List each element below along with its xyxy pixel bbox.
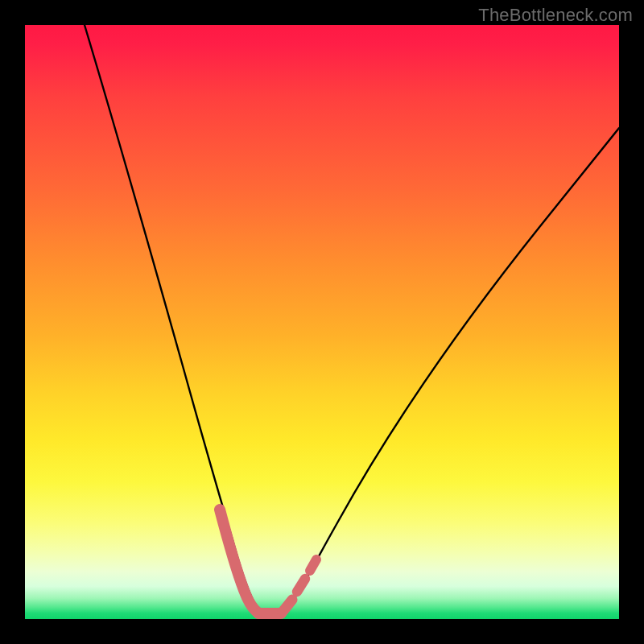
highlight-right-2 [297,579,305,592]
highlight-left [220,510,259,613]
plot-area [25,25,619,619]
chart-stage: TheBottleneck.com [0,0,644,644]
bottleneck-curve [85,25,619,613]
watermark-text: TheBottleneck.com [478,5,633,26]
highlight-right-1 [283,600,292,612]
highlight-right-3 [310,559,316,571]
curve-layer [25,25,619,619]
